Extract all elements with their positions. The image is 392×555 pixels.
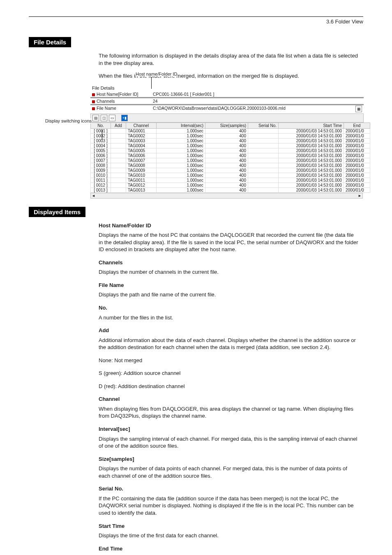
channel-data-grid: No. Add Channel Interval(sec) Size(sampl… (90, 123, 370, 193)
table-row[interactable]: [ 0002 ]TAG00021.000sec4002000/01/03 14:… (91, 133, 370, 138)
table-row[interactable]: [ 0007 ]TAG00071.000sec4002000/01/03 14:… (91, 158, 370, 163)
callout-icons: Display switching icons (45, 118, 92, 123)
add-file-icon[interactable]: +▮ (121, 115, 128, 121)
text-filename: Displays the path and file name of the c… (99, 291, 359, 298)
text-add: Additional information about the data of… (99, 337, 359, 351)
text-interval: Displays the sampling interval of each c… (99, 435, 359, 450)
th-no[interactable]: No. (91, 123, 111, 128)
term-endtime: End Time (99, 545, 359, 553)
table-row[interactable]: [ 0009 ]TAG00091.000sec4002000/01/03 14:… (91, 168, 370, 173)
section-title-displayed-items: Displayed Items (29, 207, 85, 217)
table-row[interactable]: [ 0013 ]TAG00131.000sec4002000/01/03 14:… (91, 187, 370, 192)
file-details-figure: Host name/Folder ID File Details Host Na… (90, 86, 363, 199)
term-size: Size[samples] (99, 456, 359, 463)
term-host: Host Name/Folder ID (99, 222, 359, 229)
th-end[interactable]: End (344, 123, 370, 128)
term-interval: Interval[sec] (99, 426, 359, 433)
text-serial: If the PC containing the data file (addi… (99, 495, 359, 517)
table-row[interactable]: [ 0008 ]TAG00081.000sec4002000/01/03 14:… (91, 163, 370, 168)
text-channel: When displaying files from DAQLOGGER, th… (99, 405, 359, 420)
th-add[interactable]: Add (111, 123, 126, 128)
table-row[interactable]: [ 0003 ]TAG00031.000sec4002000/01/03 14:… (91, 138, 370, 143)
channel-group-icon[interactable]: ◫ (101, 115, 107, 121)
file-details-info: Host Name[Folder ID] CPC001-13666-01 [ F… (90, 91, 364, 113)
file-icon[interactable]: ▦ (355, 106, 362, 112)
page-header-right: 3.6 Folder View (29, 18, 363, 25)
th-serial[interactable]: Serial No. (248, 123, 279, 128)
horizontal-scrollbar[interactable]: ◄► (90, 193, 363, 199)
term-channels: Channels (99, 259, 359, 266)
file-details-caption: File Details (90, 86, 363, 90)
text-size: Displays the number of data points of ea… (99, 465, 359, 479)
text-host: Displays the name of the host PC that co… (99, 231, 359, 253)
file-list-icon[interactable]: ▭ (109, 115, 115, 121)
text-channels: Displays the number of channels in the c… (99, 268, 359, 276)
th-interval[interactable]: Interval(sec) (157, 123, 205, 128)
term-serial: Serial No. (99, 485, 359, 493)
term-add: Add (99, 327, 359, 334)
intro-para-1: The following information is displayed i… (99, 52, 359, 67)
table-row[interactable]: [ 0011 ]TAG00111.000sec4002000/01/03 14:… (91, 178, 370, 183)
table-row[interactable]: [ 0012 ]TAG00121.000sec4002000/01/03 14:… (91, 183, 370, 187)
th-size[interactable]: Size(samples) (205, 123, 248, 128)
table-row[interactable]: [ 0001 ]TAG00011.000sec4002000/01/03 14:… (91, 128, 370, 133)
term-filename: File Name (99, 282, 359, 289)
section-title-file-details: File Details (29, 37, 71, 47)
table-row[interactable]: [ 0005 ]TAG00051.000sec4002000/01/03 14:… (91, 148, 370, 153)
table-row[interactable]: [ 0010 ]TAG00101.000sec4002000/01/03 14:… (91, 173, 370, 178)
term-starttime: Start Time (99, 523, 359, 530)
text-no: A number for the files in the list. (99, 314, 359, 321)
term-no: No. (99, 304, 359, 312)
th-channel[interactable]: Channel (126, 123, 157, 128)
table-row[interactable]: [ 0004 ]TAG00041.000sec4002000/01/03 14:… (91, 143, 370, 148)
table-row[interactable]: [ 0006 ]TAG00061.000sec4002000/01/03 14:… (91, 153, 370, 158)
th-start[interactable]: Start Time (279, 123, 344, 128)
callout-host: Host name/Folder ID (136, 72, 177, 76)
display-switch-toolbar: ▤ ◫ ▭ +▮ (90, 113, 364, 123)
all-channel-icon[interactable]: ▤ (92, 115, 99, 121)
term-channel: Channel (99, 395, 359, 403)
text-starttime: Displays the time of the first data for … (99, 532, 359, 539)
